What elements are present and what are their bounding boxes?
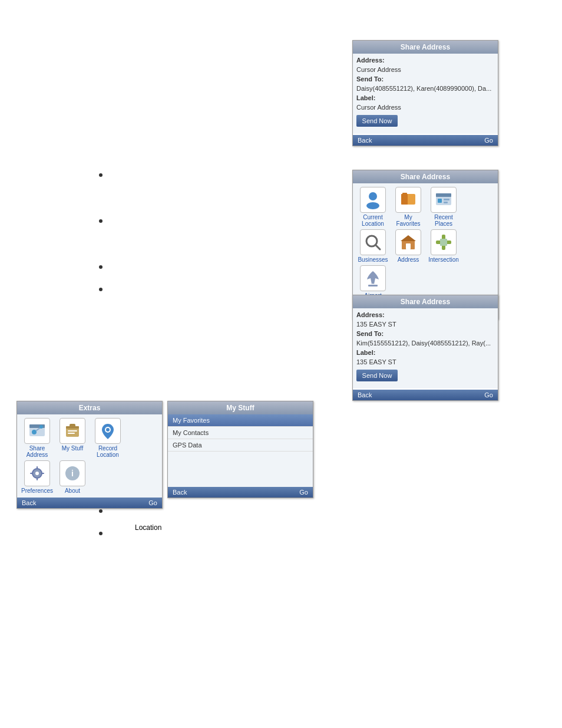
current-location-icon-box [360, 187, 386, 213]
bullet-item-1 [99, 171, 323, 177]
mystuff-back-button[interactable]: Back [173, 489, 187, 496]
back-button-1[interactable]: Back [358, 137, 372, 144]
extras-preferences[interactable]: Preferences [21, 460, 54, 494]
recent-places-icon-box [431, 187, 457, 213]
bullet-section-top [99, 171, 323, 296]
mystuff-item-favorites[interactable]: My Favorites [168, 414, 313, 427]
mystuff-gps-label: GPS Data [173, 442, 202, 449]
bullet-dot-6 [99, 532, 103, 535]
svg-rect-18 [368, 285, 378, 286]
svg-rect-27 [68, 433, 75, 434]
extras-go-button[interactable]: Go [148, 499, 157, 506]
current-location-label: CurrentLocation [362, 214, 384, 227]
extras-panel: Extras ShareAddress [16, 401, 163, 509]
send-to-label-2: Send To: [356, 330, 384, 337]
extras-share-address-label: ShareAddress [27, 445, 48, 458]
extras-share-address[interactable]: ShareAddress [21, 418, 54, 458]
extras-about-icon: i [59, 460, 85, 486]
mystuff-footer: Back Go [168, 487, 313, 498]
send-to-value-2: Kim(5155551212), Daisy(4085551212), Ray(… [356, 340, 491, 347]
businesses-icon-item[interactable]: Businesses [356, 229, 389, 263]
bullet-dot-4 [99, 288, 103, 291]
recent-places-label: RecentPlaces [434, 214, 453, 227]
svg-rect-6 [436, 193, 451, 197]
go-button-1[interactable]: Go [484, 137, 493, 144]
extras-record-location[interactable]: RecordLocation [91, 418, 124, 458]
extras-about[interactable]: i About [56, 460, 89, 494]
airport-icon-box [360, 265, 386, 291]
bullet-item-2 [99, 217, 323, 223]
bullet-dot-2 [99, 219, 103, 223]
extras-my-stuff-label: My Stuff [62, 445, 84, 452]
bullet-dot-1 [99, 173, 103, 177]
businesses-label: Businesses [358, 256, 388, 263]
svg-rect-28 [70, 424, 75, 427]
my-favorites-icon-box [395, 187, 421, 213]
bullet-section-bottom [99, 507, 323, 540]
mystuff-go-button[interactable]: Go [299, 489, 308, 496]
extras-my-stuff-icon [59, 418, 85, 444]
extras-share-address-icon [24, 418, 50, 444]
label-label-1: Label: [356, 94, 375, 101]
svg-marker-13 [401, 235, 416, 241]
address-label-1: Address: [356, 57, 385, 64]
send-to-value-1: Daisy(4085551212), Karen(4089990000), Da… [356, 85, 491, 92]
share-address-panel-2: Share Address Address: 135 EASY ST Send … [352, 295, 498, 401]
intersection-icon-item[interactable]: Intersection [427, 229, 460, 263]
svg-point-23 [39, 425, 43, 429]
label-value-1: Cursor Address [356, 104, 401, 111]
icon-grid: CurrentLocation My Favorites [353, 183, 498, 302]
svg-line-11 [376, 245, 380, 249]
address-value-2: 135 EASY ST [356, 321, 396, 328]
recent-places-icon-item[interactable]: RecentPlaces [427, 187, 460, 227]
svg-point-30 [106, 428, 110, 431]
go-button-2[interactable]: Go [484, 391, 493, 398]
extras-preferences-label: Preferences [21, 487, 53, 494]
address-icon-item[interactable]: Address [392, 229, 425, 263]
bullet-dot-5 [99, 509, 103, 513]
mystuff-item-gps[interactable]: GPS Data [168, 439, 313, 452]
extras-my-stuff[interactable]: My Stuff [56, 418, 89, 458]
label-value-2: 135 EASY ST [356, 358, 396, 365]
svg-point-0 [369, 192, 377, 200]
svg-point-1 [366, 202, 379, 209]
svg-rect-17 [440, 239, 447, 246]
svg-rect-7 [438, 199, 442, 203]
mystuff-title: My Stuff [168, 401, 313, 414]
send-to-label-1: Send To: [356, 75, 384, 83]
back-button-2[interactable]: Back [358, 391, 372, 398]
address-icon-box [395, 229, 421, 255]
svg-text:i: i [71, 469, 74, 478]
svg-rect-26 [68, 430, 77, 431]
svg-rect-34 [37, 477, 38, 480]
extras-body: ShareAddress My Stuff [17, 414, 162, 498]
location-label: Location [135, 523, 161, 532]
svg-rect-8 [444, 199, 449, 200]
share-address-panel-1: Share Address Address: Cursor Address Se… [352, 40, 498, 146]
my-favorites-icon-item[interactable]: My Favorites [392, 187, 425, 227]
panel-1-footer: Back Go [353, 135, 498, 146]
svg-rect-33 [37, 466, 38, 469]
svg-rect-14 [406, 243, 411, 249]
share-address-title-1: Share Address [353, 41, 498, 54]
airport-icon-item[interactable]: Airport [356, 265, 389, 299]
my-favorites-label: My Favorites [392, 214, 425, 227]
extras-title: Extras [17, 401, 162, 414]
current-location-icon-item[interactable]: CurrentLocation [356, 187, 389, 227]
mystuff-contacts-label: My Contacts [173, 429, 209, 436]
bullet-item-6 [99, 529, 323, 535]
address-label-2: Address: [356, 311, 385, 318]
bullet-dot-3 [99, 265, 103, 269]
intersection-label: Intersection [428, 256, 459, 263]
share-address-icons-title: Share Address [353, 170, 498, 183]
extras-record-location-label: RecordLocation [97, 445, 119, 458]
bullet-item-5 [99, 507, 323, 513]
mystuff-item-contacts[interactable]: My Contacts [168, 427, 313, 439]
address-value-1: Cursor Address [356, 66, 401, 73]
send-now-button-1[interactable]: Send Now [356, 115, 398, 127]
address-label: Address [398, 256, 419, 263]
svg-rect-4 [402, 193, 407, 196]
send-now-button-2[interactable]: Send Now [356, 370, 398, 381]
intersection-icon-box [431, 229, 457, 255]
extras-back-button[interactable]: Back [22, 499, 36, 506]
